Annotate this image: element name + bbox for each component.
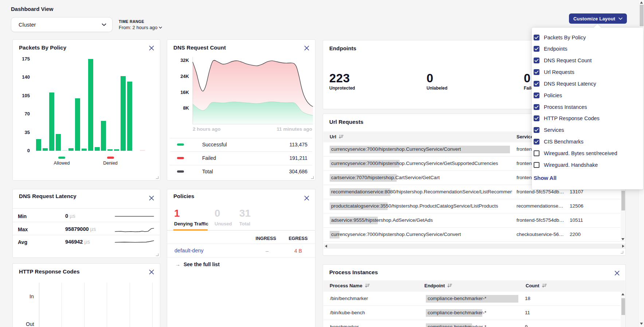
sort-icon bbox=[365, 283, 370, 288]
card-title: Policies bbox=[173, 193, 195, 199]
service-cell: checkoutservice-56… bbox=[517, 232, 564, 237]
policy-name-link[interactable]: default-deny bbox=[174, 248, 204, 253]
table-row[interactable]: /bin/benchmarkercompliance-benchmarker-*… bbox=[323, 292, 620, 306]
policy-stat-active[interactable]: 1Denying Traffic bbox=[174, 208, 208, 226]
scroll-left-arrow-icon[interactable] bbox=[325, 245, 327, 248]
time-range-value[interactable]: From: 2 hours ago bbox=[119, 25, 162, 30]
menu-item-cis-benchmarks[interactable]: CIS Benchmarks bbox=[534, 139, 584, 145]
menu-item-services[interactable]: Services bbox=[534, 127, 564, 133]
bar-allowed bbox=[101, 121, 106, 151]
count-cell: 2200 bbox=[570, 232, 581, 237]
menu-item-label: DNS Request Latency bbox=[544, 81, 596, 87]
active-tab-underline bbox=[173, 229, 208, 231]
process-name-cell: benchmarker bbox=[330, 324, 359, 327]
checkbox-checked-icon[interactable] bbox=[534, 127, 539, 133]
table-row[interactable]: currencyservice:7000/hipstershop.Currenc… bbox=[323, 228, 620, 242]
column-header-url[interactable]: Url bbox=[330, 134, 343, 139]
table-row[interactable]: /bin/kube-benchcompliance-benchmarker-*1… bbox=[323, 306, 620, 320]
close-icon[interactable] bbox=[149, 195, 154, 201]
table-scrollbar-vertical[interactable] bbox=[621, 292, 625, 327]
column-header-service[interactable]: Service bbox=[517, 134, 533, 139]
latency-value: 95879000 bbox=[65, 226, 89, 232]
resize-handle-icon[interactable] bbox=[156, 253, 158, 256]
view-selector-dropdown[interactable]: Cluster bbox=[11, 17, 113, 32]
checkbox-unchecked-icon[interactable] bbox=[534, 162, 539, 168]
y-axis-tick-label: 105 bbox=[15, 93, 30, 98]
menu-item-label: CIS Benchmarks bbox=[544, 139, 584, 145]
policy-egress-value: 4 B bbox=[294, 248, 302, 254]
endpoint-cell: compliance-benchmarker-* bbox=[428, 324, 486, 327]
checkbox-checked-icon[interactable] bbox=[534, 35, 539, 40]
column-header-endpoint[interactable]: Endpoint bbox=[424, 283, 452, 288]
table-row[interactable]: adservice:9555/hipstershop.AdService/Get… bbox=[323, 213, 620, 228]
divider bbox=[167, 257, 315, 257]
menu-item-process-instances[interactable]: Process Instances bbox=[534, 104, 587, 110]
table-scrollbar-horizontal[interactable] bbox=[324, 244, 625, 249]
url-cell: currencyservice:7000/hipstershop.Currenc… bbox=[331, 232, 461, 237]
table-row[interactable]: benchmarkercompliance-benchmarker-*9 bbox=[323, 320, 620, 327]
endpoint-stat: 223Unprotected bbox=[329, 72, 355, 91]
close-icon[interactable] bbox=[614, 270, 620, 276]
checkbox-checked-icon[interactable] bbox=[534, 139, 539, 145]
menu-item-packets-by-policy[interactable]: Packets By Policy bbox=[534, 35, 586, 40]
scroll-down-arrow-icon[interactable] bbox=[621, 238, 624, 240]
checkbox-checked-icon[interactable] bbox=[534, 104, 539, 110]
policy-stat[interactable]: 31Total bbox=[239, 208, 251, 226]
menu-item-wireguard-handshake[interactable]: Wireguard. Handshake bbox=[534, 162, 598, 168]
menu-item-label: Url Requests bbox=[544, 69, 574, 75]
page-scrollbar-thumb[interactable] bbox=[640, 5, 644, 26]
see-full-list-link[interactable]: →See the full list bbox=[175, 261, 220, 267]
close-icon[interactable] bbox=[149, 269, 154, 275]
see-full-list-label: See the full list bbox=[184, 261, 220, 267]
divider bbox=[13, 235, 160, 235]
menu-item-dns-request-count[interactable]: DNS Request Count bbox=[534, 58, 592, 63]
stat-value: 0 bbox=[215, 208, 232, 218]
table-scrollbar-thumb[interactable] bbox=[621, 191, 625, 210]
column-header-process-name[interactable]: Process Name bbox=[330, 283, 370, 288]
checkbox-checked-icon[interactable] bbox=[534, 58, 539, 63]
page-title: Dashboard View bbox=[11, 6, 53, 12]
row-label-in: In bbox=[30, 293, 34, 299]
legend-value: 191,211 bbox=[289, 155, 307, 161]
checkbox-checked-icon[interactable] bbox=[534, 81, 539, 87]
scroll-down-arrow-icon[interactable] bbox=[640, 323, 643, 325]
chevron-down-icon bbox=[619, 17, 623, 20]
endpoint-stat: 0Unlabeled bbox=[427, 72, 447, 91]
checkbox-checked-icon[interactable] bbox=[534, 92, 539, 98]
menu-item-dns-request-latency[interactable]: DNS Request Latency bbox=[534, 81, 596, 87]
row-label-out: Out bbox=[26, 321, 34, 327]
legend-row: Successful113,475 bbox=[170, 138, 312, 151]
scroll-right-arrow-icon[interactable] bbox=[622, 245, 624, 248]
legend-label: Failed bbox=[202, 155, 216, 161]
close-icon[interactable] bbox=[304, 195, 310, 201]
menu-item-http-response-codes[interactable]: HTTP Response Codes bbox=[534, 115, 600, 121]
column-header-egress: EGRESS bbox=[288, 236, 307, 241]
resize-handle-icon[interactable] bbox=[156, 176, 158, 179]
menu-item-label: HTTP Response Codes bbox=[544, 115, 600, 121]
card-http-response-codes: HTTP Response Codes InOut bbox=[12, 263, 160, 327]
card-title: HTTP Response Codes bbox=[19, 268, 80, 275]
checkbox-checked-icon[interactable] bbox=[534, 69, 539, 75]
stat-label: Unprotected bbox=[329, 86, 355, 91]
menu-item-url-requests[interactable]: Url Requests bbox=[534, 69, 574, 75]
menu-item-policies[interactable]: Policies bbox=[534, 92, 562, 98]
resize-handle-icon[interactable] bbox=[621, 251, 623, 253]
resize-handle-icon[interactable] bbox=[311, 176, 314, 179]
customize-layout-button[interactable]: Customize Layout bbox=[569, 13, 627, 24]
checkbox-checked-icon[interactable] bbox=[534, 46, 539, 52]
arrow-right-icon: → bbox=[175, 261, 180, 267]
checkbox-checked-icon[interactable] bbox=[534, 115, 539, 121]
menu-item-endpoints[interactable]: Endpoints bbox=[534, 46, 568, 52]
scroll-up-arrow-icon[interactable] bbox=[640, 1, 643, 4]
bar-allowed bbox=[121, 76, 126, 151]
column-header-count[interactable]: Count bbox=[526, 283, 547, 288]
show-all-link[interactable]: Show All bbox=[534, 175, 557, 181]
policy-stat[interactable]: 0Unused bbox=[215, 208, 232, 226]
close-icon[interactable] bbox=[149, 45, 154, 51]
checkbox-unchecked-icon[interactable] bbox=[534, 150, 539, 156]
scroll-up-arrow-icon[interactable] bbox=[621, 293, 624, 295]
table-row[interactable]: productcatalogservice:3550/hipstershop.P… bbox=[323, 199, 620, 213]
process-name-cell: /bin/benchmarker bbox=[330, 296, 368, 301]
menu-item-wireguard-bytes-sent-received[interactable]: Wireguard. Bytes sent/received bbox=[534, 150, 617, 156]
table-scrollbar-thumb[interactable] bbox=[621, 298, 625, 315]
